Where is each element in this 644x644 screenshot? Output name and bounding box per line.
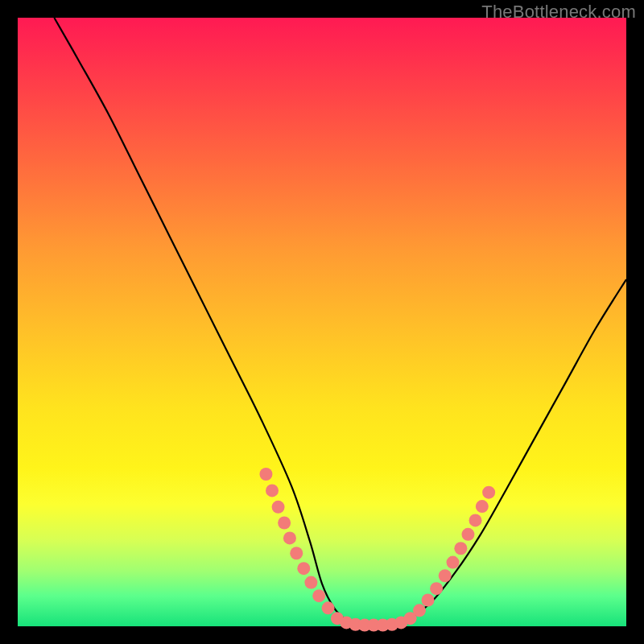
data-point xyxy=(422,593,435,606)
data-point xyxy=(304,576,317,589)
data-point xyxy=(447,556,460,569)
data-point xyxy=(482,486,495,499)
chart-svg xyxy=(18,18,626,626)
data-point xyxy=(266,484,279,497)
data-point xyxy=(461,528,474,541)
watermark-text: TheBottleneck.com xyxy=(481,2,636,23)
data-point xyxy=(322,601,335,614)
data-point xyxy=(272,501,285,514)
plot-area xyxy=(18,18,626,626)
data-point xyxy=(430,582,443,595)
data-point xyxy=(312,589,325,602)
data-point xyxy=(259,468,272,481)
data-point xyxy=(290,547,303,559)
data-point xyxy=(413,604,426,617)
data-point xyxy=(278,516,291,529)
data-point xyxy=(476,500,489,513)
data-point xyxy=(454,542,467,555)
curve-layer xyxy=(54,18,626,627)
data-point xyxy=(439,569,452,582)
marker-layer xyxy=(259,468,495,631)
data-point xyxy=(283,531,296,544)
bottleneck-curve xyxy=(54,18,626,627)
chart-frame: TheBottleneck.com xyxy=(0,0,644,644)
data-point xyxy=(297,562,310,575)
data-point xyxy=(469,514,482,526)
